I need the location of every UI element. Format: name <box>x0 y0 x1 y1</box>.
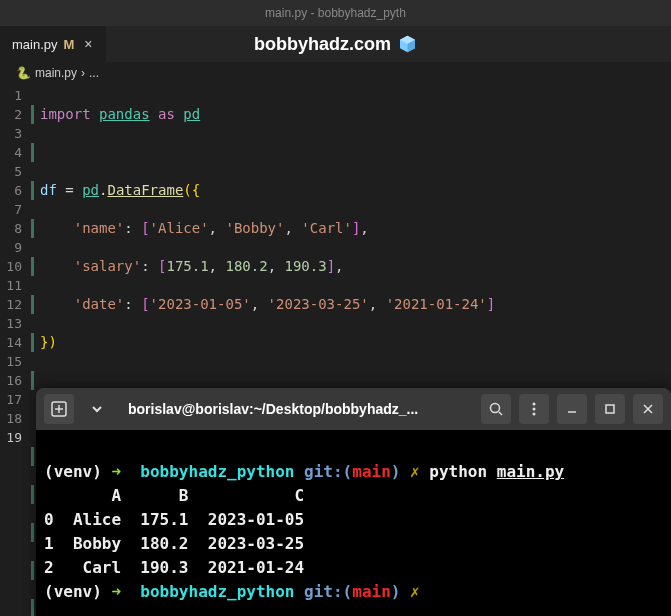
close-icon <box>641 402 655 416</box>
terminal-title: borislav@borislav:~/Desktop/bobbyhadz_..… <box>120 401 473 417</box>
cube-icon <box>397 34 417 54</box>
modified-indicator: M <box>64 37 75 52</box>
search-button[interactable] <box>481 394 511 424</box>
breadcrumb[interactable]: 🐍 main.py › ... <box>0 62 671 84</box>
python-icon: 🐍 <box>16 66 31 80</box>
new-tab-button[interactable] <box>44 394 74 424</box>
terminal-body[interactable]: (venv) ➜ bobbyhadz_python git:(main) ✗ p… <box>36 430 671 616</box>
search-icon <box>488 401 504 417</box>
watermark: bobbyhadz.com <box>254 34 417 55</box>
chevron-down-icon <box>91 403 103 415</box>
terminal-window: borislav@borislav:~/Desktop/bobbyhadz_..… <box>36 388 671 616</box>
menu-button[interactable] <box>519 394 549 424</box>
close-button[interactable] <box>633 394 663 424</box>
svg-rect-5 <box>606 405 614 413</box>
plus-box-icon <box>51 401 67 417</box>
terminal-header: borislav@borislav:~/Desktop/bobbyhadz_..… <box>36 388 671 430</box>
minimize-icon <box>565 402 579 416</box>
tab-bar: main.py M × bobbyhadz.com <box>0 26 671 62</box>
svg-point-2 <box>533 403 536 406</box>
svg-point-1 <box>491 404 500 413</box>
maximize-button[interactable] <box>595 394 625 424</box>
kebab-icon <box>526 401 542 417</box>
breadcrumb-more: ... <box>89 66 99 80</box>
watermark-text: bobbyhadz.com <box>254 34 391 55</box>
tab-main-py[interactable]: main.py M × <box>0 26 107 62</box>
line-gutter: 123456789 10111213141516171819 <box>0 84 30 444</box>
breadcrumb-file: main.py <box>35 66 77 80</box>
minimize-button[interactable] <box>557 394 587 424</box>
svg-point-4 <box>533 413 536 416</box>
dropdown-button[interactable] <box>82 394 112 424</box>
close-icon[interactable]: × <box>80 36 96 52</box>
breadcrumb-sep: › <box>81 66 85 80</box>
window-titlebar: main.py - bobbyhadz_pyth <box>0 0 671 26</box>
maximize-icon <box>603 402 617 416</box>
svg-point-3 <box>533 408 536 411</box>
tab-label: main.py <box>12 37 58 52</box>
